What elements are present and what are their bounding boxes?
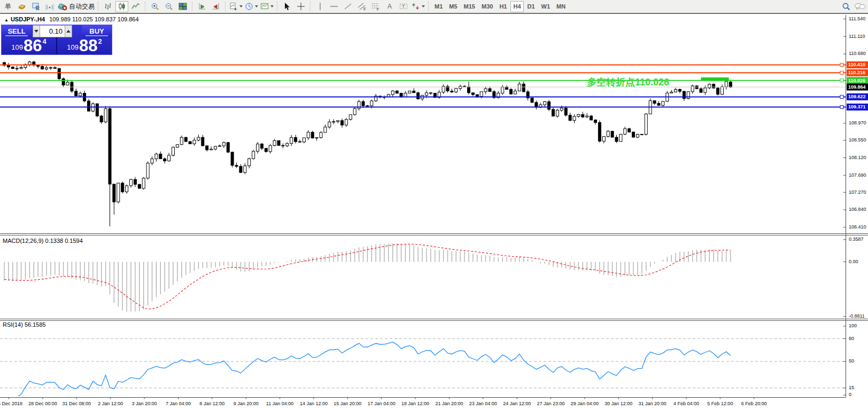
- timeframe-button-m15[interactable]: M15: [461, 1, 478, 12]
- volume-increase-button[interactable]: [65, 25, 72, 37]
- chart-symbol-label: USDJPY-,H4: [11, 16, 45, 22]
- macd-indicator-label: MACD(12,26,9) 0.1338 0.1594: [3, 238, 83, 244]
- tile-windows-icon: [179, 2, 187, 11]
- collapse-triangle-icon[interactable]: ▲: [4, 18, 9, 22]
- svg-text:30 Jan 12:00: 30 Jan 12:00: [604, 401, 632, 406]
- timeframe-button-m30[interactable]: M30: [479, 1, 495, 12]
- templates-icon: [260, 2, 269, 11]
- buy-price-display[interactable]: 109 88 2: [57, 37, 112, 54]
- vertical-line-icon: [316, 2, 324, 11]
- sell-price-pip: 4: [42, 37, 46, 45]
- svg-text:24 Jan 12:00: 24 Jan 12:00: [503, 401, 531, 406]
- buy-button-label: BUY: [89, 27, 104, 35]
- buy-price-main: 88: [79, 39, 97, 53]
- bar-chart-button[interactable]: [102, 1, 114, 12]
- svg-text:-0.8811: -0.8811: [849, 313, 865, 319]
- svg-text:31 Jan 20:00: 31 Jan 20:00: [639, 401, 666, 406]
- search-button[interactable]: [840, 1, 852, 12]
- auto-scroll-button[interactable]: [196, 1, 208, 12]
- triangle-down-icon: [34, 30, 38, 33]
- svg-text:110.216: 110.216: [848, 70, 865, 75]
- market-watch-button[interactable]: [29, 1, 42, 12]
- svg-text:50: 50: [849, 358, 854, 364]
- svg-text:29 Jan 04:00: 29 Jan 04:00: [571, 401, 599, 406]
- timeframe-button-h1[interactable]: H1: [497, 1, 509, 12]
- zoom-in-button[interactable]: [149, 1, 161, 12]
- autotrading-button[interactable]: 自动交易: [57, 1, 95, 12]
- svg-text:110.026: 110.026: [848, 78, 865, 83]
- toolbar-separator: [192, 2, 193, 11]
- svg-text:109.864: 109.864: [848, 84, 866, 90]
- svg-text:14 Jan 12:00: 14 Jan 12:00: [300, 401, 328, 406]
- candlestick-chart-button[interactable]: [115, 1, 128, 12]
- horizontal-line-icon: [330, 2, 338, 11]
- signals-button[interactable]: [43, 1, 56, 12]
- timeframe-button-d1[interactable]: D1: [525, 1, 538, 12]
- zoom-in-icon: [151, 2, 159, 11]
- svg-text:108.970: 108.970: [849, 120, 866, 125]
- chart-shift-button[interactable]: [210, 1, 222, 12]
- chart-ohlc-values: 109.989 110.025 109.837 109.864: [49, 16, 138, 22]
- svg-text:106.410: 106.410: [849, 224, 866, 230]
- timeframe-group: M1M5M15M30H1H4D1W1MN: [431, 1, 569, 12]
- arrows-tool-button[interactable]: [411, 1, 425, 12]
- svg-text:23 Jan 04:00: 23 Jan 04:00: [469, 401, 497, 406]
- buy-button[interactable]: BUY: [82, 25, 112, 37]
- turning-point-annotation: 多空转折点110.026: [556, 76, 669, 89]
- text-label-tool-button[interactable]: T: [397, 1, 410, 12]
- gold-icon: [18, 2, 26, 11]
- volume-control: [33, 25, 72, 37]
- svg-text:E: E: [363, 7, 366, 11]
- timeframe-button-m1[interactable]: M1: [432, 1, 445, 12]
- fibonacci-tool-button[interactable]: F: [369, 1, 382, 12]
- toolbar-separator: [277, 2, 278, 11]
- svg-text:15: 15: [849, 385, 854, 390]
- svg-text:28 Dec 00:00: 28 Dec 00:00: [28, 401, 57, 406]
- cursor-tool-button[interactable]: [281, 1, 293, 12]
- svg-text:107.690: 107.690: [849, 172, 866, 178]
- templates-button[interactable]: [260, 1, 274, 12]
- svg-text:0: 0: [849, 392, 851, 397]
- price-chart-canvas[interactable]: 111.540111.110110.680108.970108.550108.1…: [0, 0, 868, 410]
- zoom-out-button[interactable]: [162, 1, 175, 12]
- svg-text:5 Feb 12:00: 5 Feb 12:00: [707, 401, 733, 406]
- text-tool-button[interactable]: A: [383, 1, 396, 12]
- trendline-icon: [344, 2, 352, 11]
- timeframe-button-w1[interactable]: W1: [539, 1, 553, 12]
- timeframe-button-m5[interactable]: M5: [446, 1, 460, 12]
- gold-bar-icon[interactable]: [15, 1, 28, 12]
- auto-scroll-icon: [198, 2, 206, 11]
- buy-price-base: 109: [67, 43, 79, 51]
- periods-button[interactable]: [244, 1, 259, 12]
- svg-text:11 Jan 04:00: 11 Jan 04:00: [266, 401, 293, 406]
- sell-price-display[interactable]: 109 86 4: [2, 37, 56, 54]
- new-order-label: 单: [5, 2, 11, 11]
- line-chart-button[interactable]: [129, 1, 142, 12]
- one-click-trading-panel: SELL BUY 109 86 4 109 88 2: [1, 25, 112, 55]
- crosshair-tool-button[interactable]: [294, 1, 307, 12]
- sell-button[interactable]: SELL: [2, 25, 32, 37]
- indicators-button[interactable]: [229, 1, 243, 12]
- equidistant-channel-tool-button[interactable]: E: [355, 1, 368, 12]
- volume-decrease-button[interactable]: [33, 25, 40, 37]
- toolbar-separator: [225, 2, 226, 11]
- timeframe-button-h4[interactable]: H4: [510, 1, 523, 12]
- svg-text:107.270: 107.270: [849, 190, 866, 195]
- autotrading-label: 自动交易: [69, 2, 95, 11]
- horizontal-line-tool-button[interactable]: [328, 1, 340, 12]
- search-icon: [842, 2, 851, 11]
- volume-input[interactable]: [40, 25, 65, 37]
- svg-text:15 Jan 20:00: 15 Jan 20:00: [334, 401, 361, 406]
- chat-button[interactable]: [854, 1, 866, 12]
- trendline-tool-button[interactable]: [342, 1, 354, 12]
- bar-chart-icon: [104, 2, 112, 11]
- svg-text:2 Jan 12:00: 2 Jan 12:00: [98, 401, 123, 406]
- tile-windows-button[interactable]: [176, 1, 189, 12]
- vertical-line-tool-button[interactable]: [314, 1, 327, 12]
- text-label-icon: T: [399, 2, 408, 11]
- new-order-button[interactable]: 单: [2, 1, 14, 12]
- svg-text:0.3587: 0.3587: [849, 236, 864, 242]
- timeframe-button-mn[interactable]: MN: [554, 1, 568, 12]
- svg-text:T: T: [402, 4, 405, 9]
- toolbar-separator: [145, 2, 146, 11]
